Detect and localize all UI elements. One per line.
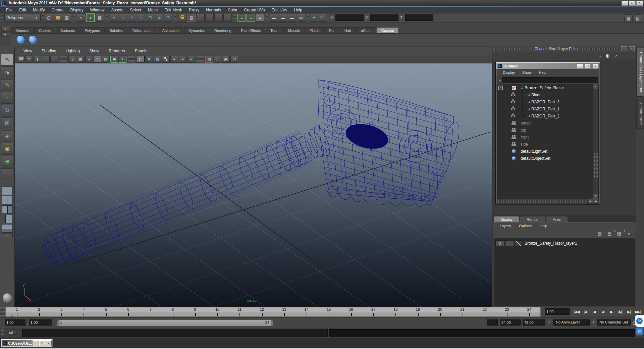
z-input[interactable] xyxy=(405,14,433,21)
layer-display-type-toggle[interactable] xyxy=(515,240,522,246)
shelf-tab-menu-icon[interactable]: ▼ xyxy=(1,27,9,32)
camera-attributes-icon[interactable]: ≡ xyxy=(25,56,33,63)
outliner-menu-item[interactable]: Help xyxy=(535,70,550,74)
step-back-key-button[interactable]: |◀ xyxy=(590,308,598,316)
close-button[interactable]: × xyxy=(636,1,643,6)
outliner-item-front[interactable]: − front xyxy=(497,134,593,141)
frame-cell[interactable]: 20 xyxy=(429,307,451,316)
shaded-mode-icon[interactable]: ● xyxy=(85,56,93,63)
xray-icon[interactable]: ▨ xyxy=(102,56,110,63)
outliner-item-blade[interactable]: − Blade xyxy=(497,91,593,98)
maximize-icon[interactable]: □ xyxy=(585,63,591,69)
snap-to-grids-icon[interactable]: + xyxy=(110,14,118,22)
panel-menu-item[interactable]: Renderer xyxy=(104,49,130,53)
close-icon[interactable]: × xyxy=(592,63,598,69)
layer-editor-menu-item[interactable]: Layers xyxy=(496,224,515,228)
menu-item[interactable]: Help xyxy=(290,8,306,12)
snap-to-planes-icon[interactable]: ◇ xyxy=(137,14,145,22)
outliner-item-razor-part-2[interactable]: − RAZOR_Part_2 xyxy=(497,112,593,119)
menu-item[interactable]: Window xyxy=(87,8,108,12)
create-empty-layer-icon[interactable]: *▤ xyxy=(616,231,623,236)
lock-icon[interactable] xyxy=(178,14,186,22)
textured-cube-icon[interactable]: ▩ xyxy=(154,56,161,63)
scroll-left-icon[interactable]: ◀ xyxy=(587,199,593,204)
viewport-canvas[interactable]: Y x persp xyxy=(15,63,492,307)
panel-menu-item[interactable]: Panels xyxy=(130,49,152,53)
move-layer-down-icon[interactable]: ↓▤ xyxy=(606,231,613,236)
toolbar-icon[interactable] xyxy=(106,14,108,21)
soft-modification-tool[interactable]: ◉ xyxy=(1,143,13,155)
minimized-window[interactable]: ◗ C:\Users\Us... ▫ □ × xyxy=(1,339,53,347)
command-input[interactable] xyxy=(22,329,328,337)
layout-outliner-persp-button[interactable] xyxy=(2,215,13,223)
frame-cell[interactable]: 11 xyxy=(228,307,251,316)
close-icon[interactable]: × xyxy=(46,340,52,346)
outliner-item-razor-part-1[interactable]: − RAZOR_Part_1 xyxy=(497,105,593,112)
render-settings-icon[interactable]: ▭ xyxy=(297,14,305,22)
panel-toolbar-icon[interactable] xyxy=(128,56,135,62)
selection-mode-dropdown[interactable]: Polygons ▼ xyxy=(4,14,41,21)
shelf-check-button-2[interactable]: ✓ xyxy=(28,35,37,44)
outliner-item-defaultobjectset[interactable]: − defaultObjectSet xyxy=(497,155,593,162)
frame-cell[interactable]: 8 xyxy=(162,307,184,316)
panel-toolbar-icon[interactable] xyxy=(197,56,204,62)
shelf-tab[interactable]: Animation xyxy=(158,27,183,33)
select-component-mode-icon[interactable]: ▦ xyxy=(96,14,104,22)
frame-cell[interactable]: 1 xyxy=(6,307,28,316)
selection-highlight-icon[interactable]: ▧ xyxy=(205,56,213,63)
toolbar-icon[interactable] xyxy=(174,14,176,21)
panel-menu-item[interactable]: View xyxy=(19,49,37,53)
last-tool-slot[interactable] xyxy=(1,168,13,180)
split-view-icon[interactable]: ✂ xyxy=(230,56,238,63)
outliner-menu-item[interactable]: Show xyxy=(519,70,535,74)
layout-persp-graph-button[interactable] xyxy=(2,224,13,233)
frame-cell[interactable]: 6 xyxy=(117,307,139,316)
universal-manipulator-tool[interactable]: ◈ xyxy=(1,130,13,142)
outliner-item-defaultlightset[interactable]: − defaultLightSet xyxy=(497,148,593,155)
default-material-icon[interactable]: ▦ xyxy=(77,56,85,63)
default-light-icon[interactable]: ● xyxy=(170,56,178,63)
group-grip[interactable] xyxy=(1,14,3,21)
scrollbar-thumb[interactable] xyxy=(594,153,598,178)
frame-cell[interactable]: 7 xyxy=(140,307,162,316)
shaded-cube-icon[interactable]: ■ xyxy=(145,56,153,63)
outliner-item-top[interactable]: − top xyxy=(497,127,593,134)
range-slider[interactable]: 1 24 xyxy=(56,319,274,326)
menu-item[interactable]: Color xyxy=(224,8,241,12)
menu-item[interactable]: Proxy xyxy=(186,8,203,12)
menu-item[interactable]: Select xyxy=(126,8,144,12)
menu-item[interactable]: Assets xyxy=(108,8,126,12)
panel-menu-item[interactable]: Shading xyxy=(37,49,61,53)
layer-playback-toggle[interactable] xyxy=(505,240,514,246)
make-live-icon[interactable]: ◈ xyxy=(155,14,163,22)
paint-effects-icon[interactable] xyxy=(2,293,12,303)
paint-select-tool[interactable]: ✎ xyxy=(1,79,13,91)
render-view-icon[interactable]: ▬ xyxy=(270,14,278,22)
menu-item[interactable]: Create xyxy=(48,8,67,12)
frame-cell[interactable]: 18 xyxy=(384,307,407,316)
tab-display[interactable]: Display xyxy=(494,216,519,222)
play-backward-button[interactable]: ◀ xyxy=(598,308,607,316)
frame-cells[interactable]: 123456789101112131415161718192021222324 xyxy=(5,307,541,317)
menu-item[interactable]: Create UVs xyxy=(241,8,268,12)
shelf-tab[interactable]: Hair xyxy=(340,27,356,33)
isolate-select-icon[interactable]: ▣ xyxy=(110,56,118,63)
frame-cell[interactable]: 17 xyxy=(362,307,384,316)
rotate-tool[interactable]: ↻ xyxy=(1,105,13,116)
shelf-tab[interactable]: PaintEffects xyxy=(236,27,266,33)
side-tab-channel-box[interactable]: Channel Box / Layer Editor xyxy=(636,48,644,97)
manipulator-icon[interactable] xyxy=(598,53,602,58)
bookmark-icon[interactable]: ▮ xyxy=(34,56,41,63)
toolbar-icon[interactable] xyxy=(233,14,236,21)
scale-tool[interactable]: ⊞ xyxy=(1,117,13,129)
maximize-button[interactable]: □ xyxy=(629,1,636,6)
toolbar-icon[interactable] xyxy=(266,14,268,21)
shelf-tab[interactable]: Toon xyxy=(266,27,283,33)
menu-item[interactable]: File xyxy=(3,8,16,12)
lasso-select-tool[interactable]: ∿ xyxy=(1,66,13,78)
pick-arrow-icon[interactable]: ↗ xyxy=(614,53,618,58)
animation-start-field[interactable] xyxy=(5,319,25,326)
tab-render[interactable]: Render xyxy=(520,216,545,222)
chevron-down-icon[interactable]: ▼ xyxy=(547,320,551,325)
shelf-tab[interactable]: Custom xyxy=(377,27,399,33)
